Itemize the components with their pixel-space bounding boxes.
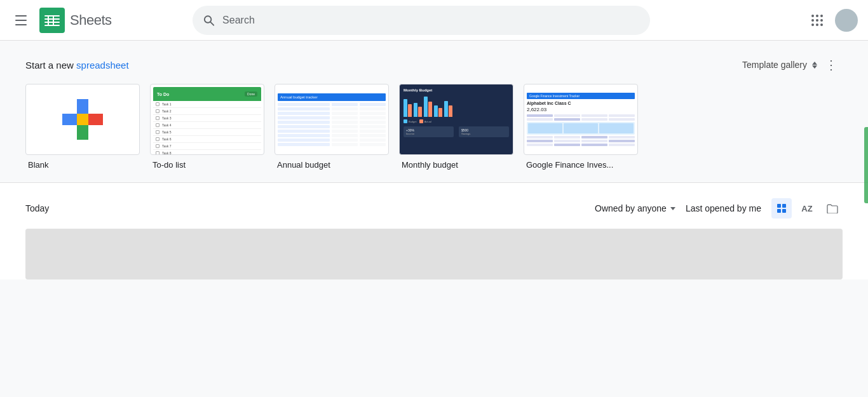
- template-card-finance[interactable]: Google Finance Investment Tracker Alphab…: [524, 84, 638, 170]
- templates-header: Start a new spreadsheet Template gallery…: [25, 56, 843, 74]
- search-bar: [193, 6, 650, 35]
- dropdown-arrow-icon: [670, 207, 675, 210]
- owned-by-dropdown[interactable]: Owned by anyone: [595, 203, 675, 213]
- scroll-indicator[interactable]: [864, 127, 868, 203]
- folder-view-button[interactable]: [822, 198, 843, 219]
- owned-by-label: Owned by anyone: [595, 203, 667, 213]
- svg-rect-6: [53, 15, 54, 26]
- sort-az-button[interactable]: AZ: [797, 198, 817, 219]
- annual-thumbnail: Annual budget tracker: [275, 84, 389, 155]
- monthly-thumbnail: Monthly Budget Budget: [399, 84, 513, 155]
- svg-rect-2: [44, 18, 60, 20]
- template-gallery-button[interactable]: Template gallery: [742, 60, 817, 70]
- user-avatar[interactable]: [835, 9, 858, 32]
- google-plus-icon: [62, 99, 103, 140]
- view-toggle-controls: AZ: [771, 198, 843, 219]
- template-gallery-actions: Template gallery ⋮: [742, 56, 843, 74]
- app-logo[interactable]: Sheets: [39, 8, 112, 33]
- main-content: Start a new spreadsheet Template gallery…: [0, 41, 868, 279]
- recent-section: Today Owned by anyone Last opened by me …: [0, 183, 868, 279]
- apps-grid-icon: [811, 15, 823, 26]
- sort-toggle-icon: [812, 62, 817, 69]
- todo-thumbnail: To Do Done Task 1 Task 2 Task 3 Task 4 T…: [150, 84, 264, 155]
- sheets-logo-icon: [39, 8, 65, 33]
- grid-view-icon: [777, 204, 786, 213]
- monthly-label: Monthly budget: [399, 160, 513, 170]
- start-new-label: Start a new spreadsheet: [25, 60, 129, 71]
- last-opened-label: Last opened by me: [686, 203, 761, 213]
- template-card-monthly[interactable]: Monthly Budget Budget: [399, 84, 513, 170]
- recent-header: Today Owned by anyone Last opened by me …: [25, 198, 843, 219]
- svg-rect-5: [48, 15, 49, 26]
- svg-rect-0: [39, 8, 65, 33]
- blank-thumbnail: [25, 84, 140, 155]
- finance-thumbnail: Google Finance Investment Tracker Alphab…: [524, 84, 638, 155]
- template-cards: Blank To Do Done Task 1 Task 2 Task 3 Ta…: [25, 84, 843, 170]
- svg-line-8: [210, 22, 214, 25]
- recent-controls: Owned by anyone Last opened by me AZ: [595, 198, 843, 219]
- menu-button[interactable]: [10, 10, 32, 30]
- search-icon: [203, 14, 215, 27]
- grid-view-button[interactable]: [771, 198, 792, 219]
- search-input[interactable]: [222, 15, 640, 26]
- app-name-label: Sheets: [70, 12, 112, 29]
- header-right: [804, 8, 858, 33]
- app-header: Sheets: [0, 0, 868, 41]
- folder-icon: [826, 203, 839, 213]
- svg-rect-1: [44, 15, 60, 17]
- az-sort-label: AZ: [801, 204, 812, 213]
- today-label: Today: [25, 203, 49, 213]
- more-options-button[interactable]: ⋮: [820, 56, 843, 74]
- template-gallery-label: Template gallery: [742, 60, 807, 70]
- spreadsheet-link[interactable]: spreadsheet: [76, 60, 129, 71]
- finance-label: Google Finance Inves...: [524, 160, 638, 170]
- template-card-blank[interactable]: Blank: [25, 84, 140, 170]
- google-apps-button[interactable]: [804, 8, 830, 33]
- templates-section: Start a new spreadsheet Template gallery…: [0, 41, 868, 183]
- template-card-todo[interactable]: To Do Done Task 1 Task 2 Task 3 Task 4 T…: [150, 84, 264, 170]
- template-card-annual[interactable]: Annual budget tracker: [275, 84, 389, 170]
- blank-label: Blank: [25, 160, 140, 170]
- todo-label: To-do list: [150, 160, 264, 170]
- header-left: Sheets: [10, 8, 112, 33]
- recent-file-placeholder: [25, 229, 843, 279]
- svg-rect-4: [44, 25, 60, 26]
- annual-label: Annual budget: [275, 160, 389, 170]
- svg-rect-3: [44, 22, 60, 23]
